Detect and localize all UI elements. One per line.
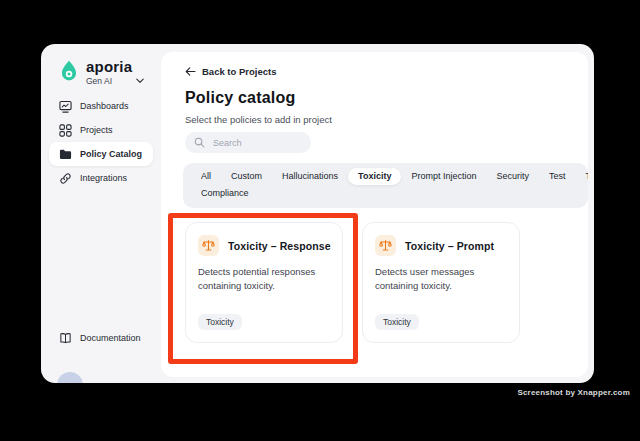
filter-tabs-row-2: Compliance: [191, 185, 580, 202]
card-header: Toxicity – Response: [198, 235, 330, 256]
card-description: Detects user messages containing toxicit…: [375, 265, 507, 294]
tab-compliance[interactable]: Compliance: [191, 185, 259, 202]
aporia-drop-icon: [59, 59, 79, 83]
card-title: Toxicity – Response: [228, 240, 331, 252]
search-input[interactable]: [211, 137, 305, 149]
tab-topics[interactable]: Topics: [575, 168, 588, 185]
tab-security[interactable]: Security: [486, 168, 539, 185]
app-window: aporia Gen AI Dashboards: [41, 44, 594, 383]
sidebar-item-integrations[interactable]: Integrations: [49, 166, 153, 190]
sidebar-item-policy-catalog[interactable]: Policy Catalog: [49, 142, 153, 166]
sidebar-item-dashboards[interactable]: Dashboards: [49, 94, 153, 118]
book-icon: [59, 332, 72, 345]
policy-card-toxicity-response[interactable]: Toxicity – Response Detects potential re…: [185, 222, 343, 343]
folder-icon: [59, 148, 72, 161]
brand-text: aporia Gen AI: [86, 59, 144, 86]
search-box: [185, 132, 311, 153]
search-icon: [194, 137, 205, 148]
tab-all[interactable]: All: [191, 168, 221, 185]
avatar[interactable]: [57, 372, 83, 383]
back-link-label: Back to Projects: [202, 66, 276, 77]
tab-toxicity[interactable]: Toxicity: [348, 168, 401, 185]
card-header: Toxicity – Prompt: [375, 235, 507, 256]
tab-custom[interactable]: Custom: [221, 168, 272, 185]
tab-test[interactable]: Test: [539, 168, 576, 185]
main-panel: Back to Projects Policy catalog Select t…: [161, 52, 588, 377]
policy-card-toxicity-prompt[interactable]: Toxicity – Prompt Detects user messages …: [362, 222, 520, 343]
card-tag: Toxicity: [198, 314, 242, 330]
brand-name: aporia: [86, 59, 144, 75]
arrow-left-icon: [185, 67, 196, 76]
sidebar-item-projects[interactable]: Projects: [49, 118, 153, 142]
sidebar: aporia Gen AI Dashboards: [41, 44, 161, 383]
workspace-label: Gen AI: [86, 76, 112, 86]
sidebar-item-label: Integrations: [80, 173, 127, 183]
sidebar-item-label: Documentation: [80, 333, 141, 343]
screenshot-canvas: { "sidebar": { "brand": { "name": "apori…: [0, 0, 640, 441]
tab-prompt-injection[interactable]: Prompt Injection: [401, 168, 486, 185]
page-subtitle: Select the policies to add in project: [185, 114, 332, 125]
card-title: Toxicity – Prompt: [405, 240, 494, 252]
brand: aporia Gen AI: [59, 59, 144, 86]
sidebar-nav: Dashboards Projects Policy Catalog Integ…: [49, 94, 153, 190]
sidebar-footer: Documentation: [49, 326, 153, 350]
card-tag: Toxicity: [375, 314, 419, 330]
sidebar-item-label: Dashboards: [80, 101, 129, 111]
sidebar-item-label: Policy Catalog: [80, 149, 142, 159]
back-to-projects-link[interactable]: Back to Projects: [185, 66, 276, 77]
tab-hallucinations[interactable]: Hallucinations: [272, 168, 348, 185]
chevron-down-icon: [136, 78, 144, 84]
filter-tabs-row-1: All Custom Hallucinations Toxicity Promp…: [191, 168, 580, 185]
watermark-text: Screenshot by Xnapper.com: [517, 388, 630, 397]
sidebar-item-documentation[interactable]: Documentation: [49, 326, 153, 350]
link-icon: [59, 172, 72, 185]
projects-icon: [59, 124, 72, 137]
filter-tabs: All Custom Hallucinations Toxicity Promp…: [183, 163, 588, 208]
dashboards-icon: [59, 100, 72, 113]
page-title: Policy catalog: [185, 89, 295, 107]
card-description: Detects potential responses containing t…: [198, 265, 330, 294]
scales-icon: [375, 235, 396, 256]
scales-icon: [198, 235, 219, 256]
workspace-switcher[interactable]: Gen AI: [86, 76, 144, 86]
policy-cards: Toxicity – Response Detects potential re…: [185, 222, 520, 343]
sidebar-item-label: Projects: [80, 125, 113, 135]
